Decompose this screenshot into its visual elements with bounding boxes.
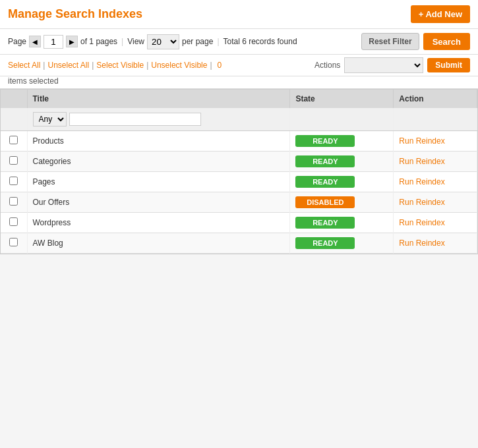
table-row: Our OffersDISABLEDRun Reindex — [1, 192, 477, 213]
row-title: Pages — [27, 172, 290, 192]
sep1: | — [43, 61, 45, 70]
table-row: CategoriesREADYRun Reindex — [1, 152, 477, 172]
row-checkbox-cell — [1, 192, 27, 213]
filter-title-cell: Any — [27, 108, 290, 131]
state-badge: READY — [295, 237, 355, 249]
pagination-bar: Page ◀ ▶ of 1 pages | View 20 30 50 100 … — [0, 29, 478, 55]
row-title: AW Blog — [27, 233, 290, 254]
row-checkbox-cell — [1, 131, 27, 152]
sep4: | — [210, 61, 212, 70]
page-label: Page — [8, 37, 26, 46]
run-reindex-link[interactable]: Run Reindex — [399, 157, 444, 166]
sep2: | — [92, 61, 94, 70]
col-title: Title — [27, 90, 290, 108]
run-reindex-link[interactable]: Run Reindex — [399, 198, 444, 207]
row-action-cell: Run Reindex — [394, 131, 477, 152]
row-action-cell: Run Reindex — [394, 233, 477, 254]
divider2: | — [217, 37, 219, 46]
select-all-link[interactable]: Select All — [8, 61, 40, 70]
filter-action-cell — [394, 108, 477, 131]
filter-checkbox-cell — [1, 108, 27, 131]
prev-page-button[interactable]: ◀ — [29, 36, 41, 47]
state-badge: READY — [295, 135, 355, 147]
state-badge: READY — [295, 217, 355, 229]
actions-select[interactable] — [344, 57, 423, 73]
filter-condition-select[interactable]: Any — [33, 112, 67, 126]
filter-state-cell — [290, 108, 394, 131]
page-title: Manage Search Indexes — [8, 7, 142, 21]
state-badge: DISABLED — [295, 196, 355, 208]
row-checkbox[interactable] — [9, 136, 18, 144]
sep3: | — [146, 61, 148, 70]
row-checkbox[interactable] — [9, 197, 18, 206]
search-button[interactable]: Search — [423, 33, 470, 50]
row-checkbox[interactable] — [9, 238, 18, 246]
add-new-button[interactable]: Add New — [411, 5, 470, 23]
page-header: Manage Search Indexes Add New — [0, 0, 478, 29]
col-state: State — [290, 90, 394, 108]
row-checkbox[interactable] — [9, 217, 18, 226]
row-checkbox-cell — [1, 152, 27, 172]
row-action-cell: Run Reindex — [394, 172, 477, 192]
col-action: Action — [394, 90, 477, 108]
actions-right: Actions Submit — [314, 57, 470, 73]
next-page-button[interactable]: ▶ — [66, 36, 78, 47]
select-visible-link[interactable]: Select Visible — [96, 61, 144, 70]
row-state-cell: READY — [290, 172, 394, 192]
pagination-left: Page ◀ ▶ of 1 pages | View 20 30 50 100 … — [8, 34, 297, 49]
run-reindex-link[interactable]: Run Reindex — [399, 238, 444, 248]
data-table: Title State Action Any — [1, 90, 477, 254]
col-checkbox — [1, 90, 27, 108]
reset-filter-button[interactable]: Reset Filter — [361, 33, 419, 50]
table-container: Title State Action Any — [0, 89, 478, 254]
view-label: View — [127, 37, 144, 46]
row-title: Wordpress — [27, 213, 290, 233]
of-pages-text: of 1 pages — [80, 37, 117, 46]
submit-button[interactable]: Submit — [427, 58, 470, 72]
state-badge: READY — [295, 176, 355, 188]
filter-row: Any — [1, 108, 477, 131]
items-selected-row: items selected — [0, 76, 478, 89]
items-selected-text: items selected — [8, 76, 59, 86]
table-row: ProductsREADYRun Reindex — [1, 131, 477, 152]
total-records-text: Total 6 records found — [224, 37, 297, 46]
row-checkbox[interactable] — [9, 156, 18, 165]
page-input[interactable] — [44, 35, 63, 49]
row-title: Categories — [27, 152, 290, 172]
row-checkbox-cell — [1, 172, 27, 192]
state-badge: READY — [295, 155, 355, 167]
unselect-visible-link[interactable]: Unselect Visible — [151, 61, 207, 70]
table-row: AW BlogREADYRun Reindex — [1, 233, 477, 254]
row-checkbox[interactable] — [9, 177, 18, 185]
row-action-cell: Run Reindex — [394, 152, 477, 172]
table-body: ProductsREADYRun ReindexCategoriesREADYR… — [1, 131, 477, 254]
row-state-cell: READY — [290, 213, 394, 233]
row-title: Our Offers — [27, 192, 290, 213]
pagination-right: Reset Filter Search — [361, 33, 470, 50]
row-checkbox-cell — [1, 233, 27, 254]
filter-title-input[interactable] — [69, 113, 201, 126]
per-page-label: per page — [182, 37, 213, 46]
row-action-cell: Run Reindex — [394, 192, 477, 213]
run-reindex-link[interactable]: Run Reindex — [399, 136, 444, 146]
row-title: Products — [27, 131, 290, 152]
row-state-cell: READY — [290, 233, 394, 254]
row-state-cell: READY — [290, 131, 394, 152]
actions-label: Actions — [314, 61, 340, 70]
row-state-cell: DISABLED — [290, 192, 394, 213]
selection-links: Select All | Unselect All | Select Visib… — [8, 61, 222, 70]
table-row: WordpressREADYRun Reindex — [1, 213, 477, 233]
row-state-cell: READY — [290, 152, 394, 172]
row-action-cell: Run Reindex — [394, 213, 477, 233]
row-checkbox-cell — [1, 213, 27, 233]
table-row: PagesREADYRun Reindex — [1, 172, 477, 192]
selected-count: 0 — [218, 61, 222, 70]
per-page-select[interactable]: 20 30 50 100 200 — [147, 34, 179, 49]
table-header-row: Title State Action — [1, 90, 477, 108]
run-reindex-link[interactable]: Run Reindex — [399, 218, 444, 227]
run-reindex-link[interactable]: Run Reindex — [399, 177, 444, 186]
selection-bar: Select All | Unselect All | Select Visib… — [0, 55, 478, 76]
unselect-all-link[interactable]: Unselect All — [47, 61, 89, 70]
divider1: | — [121, 37, 123, 46]
